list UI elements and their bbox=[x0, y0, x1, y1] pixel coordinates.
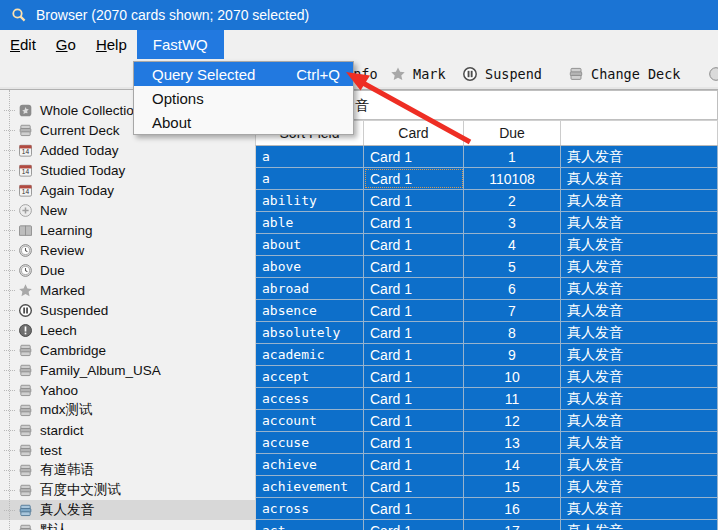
toolbar-change-deck-button[interactable]: Change Deck bbox=[568, 59, 680, 89]
sidebar-item-studied-today[interactable]: 14Studied Today bbox=[0, 160, 255, 180]
table-row[interactable]: achieveCard 114真人发音 bbox=[256, 454, 718, 476]
sidebar-item-cambridge[interactable]: Cambridge bbox=[0, 340, 255, 360]
table-row[interactable]: absolutelyCard 18真人发音 bbox=[256, 322, 718, 344]
sidebar-item-label: mdx测试 bbox=[40, 401, 93, 419]
cell-sort-field: above bbox=[256, 256, 364, 277]
sidebar-item-default[interactable]: 默认 bbox=[0, 520, 255, 530]
cell-sort-field: absolutely bbox=[256, 322, 364, 343]
table-row[interactable]: accessCard 111真人发音 bbox=[256, 388, 718, 410]
table-row[interactable]: aCard 1110108真人发音 bbox=[256, 168, 718, 190]
table-row[interactable]: abroadCard 16真人发音 bbox=[256, 278, 718, 300]
toolbar-add-tags-button[interactable] bbox=[705, 59, 718, 89]
deck-icon bbox=[18, 363, 33, 378]
svg-text:14: 14 bbox=[22, 188, 30, 195]
cell-deck: 真人发音 bbox=[561, 234, 718, 255]
collection-icon bbox=[18, 103, 33, 118]
menu-item-query-selected[interactable]: Query Selected Ctrl+Q bbox=[134, 62, 353, 86]
tree-connector bbox=[4, 230, 15, 231]
sidebar-item-label: 百度中文测试 bbox=[40, 481, 121, 499]
sidebar-item-mdx-test[interactable]: mdx测试 bbox=[0, 400, 255, 420]
cell-card: Card 1 bbox=[364, 344, 464, 365]
toolbar-mark-button[interactable]: Mark bbox=[390, 59, 446, 89]
sidebar-item-label: Family_Album_USA bbox=[40, 363, 161, 378]
table-row[interactable]: aboutCard 14真人发音 bbox=[256, 234, 718, 256]
sidebar-item-new[interactable]: New bbox=[0, 200, 255, 220]
sidebar-item-family-album-usa[interactable]: Family_Album_USA bbox=[0, 360, 255, 380]
deck-icon bbox=[18, 403, 33, 418]
tree-connector bbox=[4, 170, 15, 171]
table-row[interactable]: achievementCard 115真人发音 bbox=[256, 476, 718, 498]
sidebar-item-due[interactable]: Due bbox=[0, 260, 255, 280]
sidebar-item-leech[interactable]: Leech bbox=[0, 320, 255, 340]
sidebar-item-label: Review bbox=[40, 243, 84, 258]
sidebar: Whole CollectionCurrent Deck14Added Toda… bbox=[0, 90, 255, 530]
cell-sort-field: accuse bbox=[256, 432, 364, 453]
sidebar-item-yahoo[interactable]: Yahoo bbox=[0, 380, 255, 400]
sidebar-item-real-person-pronunciation[interactable]: 真人发音 bbox=[0, 500, 255, 520]
sidebar-item-label: Marked bbox=[40, 283, 85, 298]
table-row[interactable]: aCard 11真人发音 bbox=[256, 146, 718, 168]
star-icon bbox=[390, 66, 406, 82]
tree-connector bbox=[4, 490, 15, 491]
menu-fastwq[interactable]: FastWQ bbox=[137, 30, 224, 59]
sidebar-item-test[interactable]: test bbox=[0, 440, 255, 460]
column-header-card[interactable]: Card bbox=[364, 121, 464, 145]
table-row[interactable]: abilityCard 12真人发音 bbox=[256, 190, 718, 212]
cell-card: Card 1 bbox=[364, 190, 464, 211]
cell-due: 5 bbox=[464, 256, 561, 277]
tag-icon-partial bbox=[705, 66, 718, 82]
plus-circle-icon bbox=[18, 203, 33, 218]
cell-card: Card 1 bbox=[364, 212, 464, 233]
column-header-deck[interactable] bbox=[561, 121, 718, 145]
sidebar-item-review[interactable]: Review bbox=[0, 240, 255, 260]
sidebar-item-marked[interactable]: Marked bbox=[0, 280, 255, 300]
table-row[interactable]: acrossCard 116真人发音 bbox=[256, 498, 718, 520]
table-row[interactable]: accountCard 112真人发音 bbox=[256, 410, 718, 432]
sidebar-item-again-today[interactable]: 14Again Today bbox=[0, 180, 255, 200]
cell-sort-field: accept bbox=[256, 366, 364, 387]
sidebar-item-label: Whole Collection bbox=[40, 103, 141, 118]
table-row[interactable]: ableCard 13真人发音 bbox=[256, 212, 718, 234]
tree-connector bbox=[4, 370, 15, 371]
menu-edit[interactable]: Edit bbox=[0, 30, 46, 59]
cell-card: Card 1 bbox=[364, 300, 464, 321]
tree-connector bbox=[4, 410, 15, 411]
menu-item-options[interactable]: Options bbox=[134, 86, 353, 110]
cell-deck: 真人发音 bbox=[561, 410, 718, 431]
cell-due: 1 bbox=[464, 146, 561, 167]
sidebar-item-label: Cambridge bbox=[40, 343, 106, 358]
table-row[interactable]: academicCard 19真人发音 bbox=[256, 344, 718, 366]
table-row[interactable]: accuseCard 113真人发音 bbox=[256, 432, 718, 454]
sidebar-item-label: 真人发音 bbox=[40, 501, 94, 519]
menubar: Edit Go Help FastWQ bbox=[0, 30, 718, 59]
deck-icon-blue bbox=[18, 503, 33, 518]
table-row[interactable]: actCard 117真人发音 bbox=[256, 520, 718, 530]
deck-icon bbox=[18, 423, 33, 438]
cell-deck: 真人发音 bbox=[561, 432, 718, 453]
cell-deck: 真人发音 bbox=[561, 322, 718, 343]
sidebar-item-added-today[interactable]: 14Added Today bbox=[0, 140, 255, 160]
cell-due: 2 bbox=[464, 190, 561, 211]
column-header-due[interactable]: Due bbox=[464, 121, 561, 145]
sidebar-item-suspended[interactable]: Suspended bbox=[0, 300, 255, 320]
cell-card: Card 1 bbox=[364, 234, 464, 255]
clock-icon bbox=[18, 243, 33, 258]
search-visible-text: 音 bbox=[355, 97, 369, 113]
sidebar-item-stardict[interactable]: stardict bbox=[0, 420, 255, 440]
table-row[interactable]: absenceCard 17真人发音 bbox=[256, 300, 718, 322]
table-row[interactable]: acceptCard 110真人发音 bbox=[256, 366, 718, 388]
menu-go[interactable]: Go bbox=[46, 30, 86, 59]
sidebar-item-youdao-korean[interactable]: 有道韩语 bbox=[0, 460, 255, 480]
menu-item-about[interactable]: About bbox=[134, 110, 353, 134]
options-label: Options bbox=[152, 90, 204, 107]
tree-connector bbox=[4, 470, 15, 471]
sidebar-item-learning[interactable]: Learning bbox=[0, 220, 255, 240]
toolbar-suspend-button[interactable]: Suspend bbox=[462, 59, 542, 89]
sidebar-item-label: test bbox=[40, 443, 62, 458]
tree-connector bbox=[4, 390, 15, 391]
menu-help[interactable]: Help bbox=[86, 30, 137, 59]
sidebar-item-baidu-chinese-test[interactable]: 百度中文测试 bbox=[0, 480, 255, 500]
tree-connector bbox=[4, 130, 15, 131]
sidebar-item-label: stardict bbox=[40, 423, 84, 438]
table-row[interactable]: aboveCard 15真人发音 bbox=[256, 256, 718, 278]
